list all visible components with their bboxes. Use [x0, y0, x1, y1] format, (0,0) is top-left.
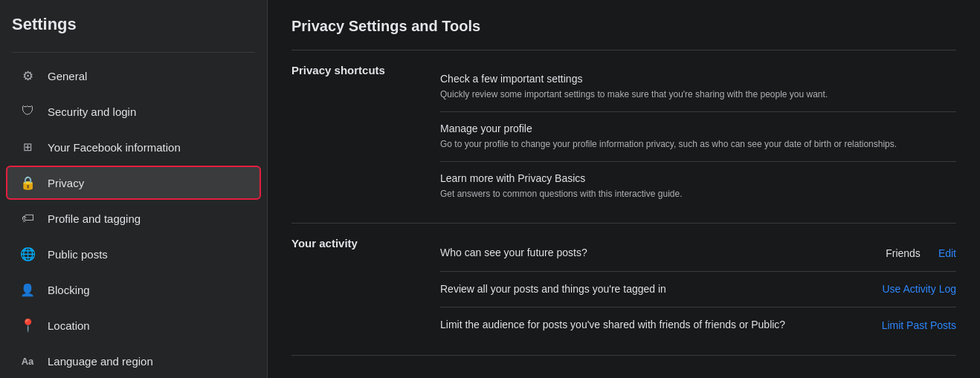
page-title: Privacy Settings and Tools — [291, 18, 956, 35]
section-label-shortcuts: Privacy shortcuts — [291, 62, 410, 76]
activity-item-title: Who can see your future posts? — [440, 246, 874, 261]
activity-item-title: Review all your posts and things you're … — [440, 282, 870, 297]
privacy-item-desc: Go to your profile to change your profil… — [440, 137, 956, 151]
globe-icon: 🌐 — [18, 244, 37, 264]
privacy-shortcuts-section: Privacy shortcuts Check a few important … — [291, 50, 956, 224]
activity-item-right: Friends Edit — [886, 247, 956, 259]
sidebar-item-privacy[interactable]: 🔒 Privacy — [6, 166, 261, 200]
privacy-item-check-settings: Check a few important settings Quickly r… — [440, 62, 956, 112]
sidebar: Settings ⚙ General 🛡 Security and login … — [0, 0, 268, 378]
edit-future-posts-link[interactable]: Edit — [938, 247, 956, 259]
activity-item-title: Limit the audience for posts you've shar… — [440, 318, 870, 333]
privacy-item-title: Manage your profile — [440, 123, 956, 134]
privacy-item-privacy-basics: Learn more with Privacy Basics Get answe… — [440, 162, 956, 211]
tag-icon: 🏷 — [18, 209, 37, 228]
sidebar-item-label: Blocking — [48, 284, 90, 296]
privacy-item-desc: Get answers to common questions with thi… — [440, 187, 956, 201]
activity-value-friends: Friends — [886, 247, 921, 259]
activity-item-left: Limit the audience for posts you've shar… — [440, 318, 870, 333]
use-activity-log-link[interactable]: Use Activity Log — [882, 283, 956, 295]
sidebar-item-language[interactable]: Aa Language and region — [6, 344, 261, 378]
sidebar-item-label: Privacy — [48, 177, 84, 189]
privacy-item-title: Learn more with Privacy Basics — [440, 172, 956, 184]
activity-content: Who can see your future posts? Friends E… — [440, 235, 956, 343]
sidebar-item-profile-tagging[interactable]: 🏷 Profile and tagging — [6, 201, 261, 235]
activity-item-limit-past: Limit the audience for posts you've shar… — [440, 307, 956, 343]
sidebar-item-general[interactable]: ⚙ General — [6, 59, 261, 93]
shortcuts-content: Check a few important settings Quickly r… — [440, 62, 956, 211]
sidebar-item-label: Language and region — [48, 355, 153, 368]
sidebar-item-label: Location — [48, 319, 90, 332]
activity-item-left: Who can see your future posts? — [440, 246, 874, 261]
sidebar-item-label: General — [48, 70, 87, 82]
sidebar-item-blocking[interactable]: 👤 Blocking — [6, 273, 261, 307]
sidebar-item-label: Public posts — [48, 248, 108, 261]
section-label-activity: Your activity — [291, 235, 410, 250]
privacy-item-desc: Quickly review some important settings t… — [440, 88, 956, 101]
sidebar-item-public-posts[interactable]: 🌐 Public posts — [6, 237, 261, 271]
activity-item-review-posts: Review all your posts and things you're … — [440, 272, 956, 308]
sidebar-divider — [12, 52, 255, 53]
block-user-icon: 👤 — [18, 280, 37, 299]
grid-icon: ⊞ — [18, 137, 37, 157]
your-activity-section: Your activity Who can see your future po… — [291, 224, 956, 356]
privacy-item-title: Check a few important settings — [440, 73, 956, 85]
language-icon: Aa — [18, 351, 37, 371]
limit-past-posts-link[interactable]: Limit Past Posts — [882, 319, 956, 331]
main-content: Privacy Settings and Tools Privacy short… — [268, 0, 980, 378]
sidebar-item-location[interactable]: 📍 Location — [6, 308, 261, 342]
privacy-item-manage-profile: Manage your profile Go to your profile t… — [440, 112, 956, 162]
activity-item-right: Limit Past Posts — [882, 319, 956, 331]
sidebar-item-label: Profile and tagging — [48, 212, 141, 225]
sidebar-item-facebook-info[interactable]: ⊞ Your Facebook information — [6, 130, 261, 164]
sidebar-title: Settings — [0, 15, 267, 46]
gear-icon: ⚙ — [18, 66, 37, 85]
sidebar-item-security[interactable]: 🛡 Security and login — [6, 94, 261, 128]
location-icon: 📍 — [18, 316, 37, 335]
sidebar-item-label: Security and login — [48, 105, 136, 118]
lock-icon: 🔒 — [18, 173, 37, 192]
shield-icon: 🛡 — [18, 102, 37, 121]
activity-item-left: Review all your posts and things you're … — [440, 282, 870, 297]
sidebar-item-label: Your Facebook information — [48, 141, 181, 154]
activity-item-right: Use Activity Log — [882, 283, 956, 295]
activity-item-future-posts: Who can see your future posts? Friends E… — [440, 235, 956, 272]
